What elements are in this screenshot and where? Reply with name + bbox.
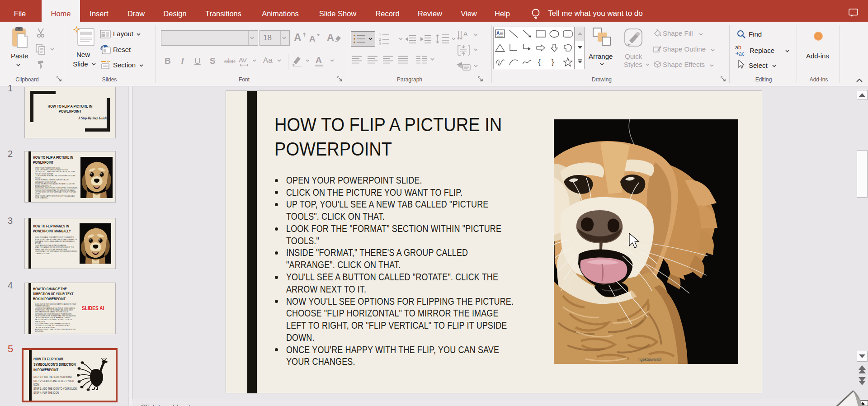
svg-text:A: A <box>496 31 500 36</box>
svg-text:{: { <box>538 58 541 66</box>
svg-text:A: A <box>463 30 468 38</box>
svg-text:ngektaiwan@: ngektaiwan@ <box>638 357 662 362</box>
svg-text:a: a <box>735 44 738 51</box>
svg-text:2: 2 <box>379 37 381 42</box>
svg-text:3: 3 <box>379 42 381 45</box>
svg-text:ac: ac <box>739 51 745 57</box>
svg-text:b: b <box>738 44 741 51</box>
svg-text:1: 1 <box>379 33 381 37</box>
svg-text:}: } <box>552 58 554 66</box>
